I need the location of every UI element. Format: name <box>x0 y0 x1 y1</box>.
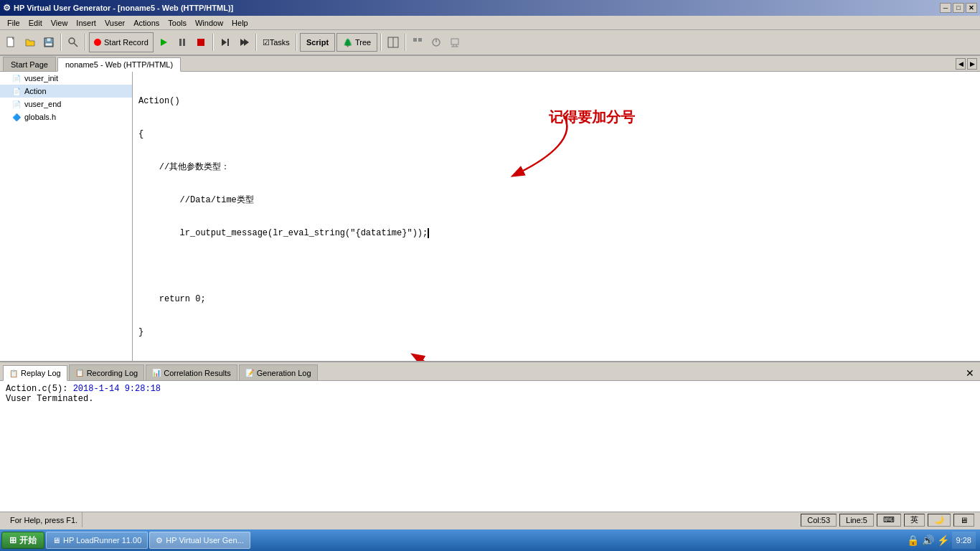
tab-correlation-results[interactable]: 📊 Correlation Results <box>146 364 237 380</box>
code-line-6 <box>138 260 974 273</box>
nav-arrow-left[interactable]: ◀ <box>956 58 966 70</box>
start-record-button[interactable]: Start Record <box>89 32 154 52</box>
menu-edit[interactable]: Edit <box>24 17 47 29</box>
menu-insert[interactable]: Insert <box>72 17 100 29</box>
code-line-1: Action() <box>138 95 974 108</box>
systray-sound-icon[interactable]: 🔊 <box>922 534 934 546</box>
tab-active-doc[interactable]: noname5 - Web (HTTP/HTML) <box>57 57 181 72</box>
menu-vuser[interactable]: Vuser <box>100 17 129 29</box>
minimize-button[interactable]: ─ <box>940 3 951 13</box>
sidebar-label-vuser-init: vuser_init <box>24 74 58 83</box>
svg-rect-14 <box>227 39 229 46</box>
log-prefix: Action.c(5): <box>6 384 73 394</box>
tab-recording-log[interactable]: 📋 Recording Log <box>69 364 145 380</box>
tab-replay-log[interactable]: 📋 Replay Log <box>3 365 67 381</box>
menu-help[interactable]: Help <box>227 17 253 29</box>
file-icon-vuser-init: 📄 <box>11 73 22 83</box>
svg-marker-9 <box>161 39 167 46</box>
tab-start-page[interactable]: Start Page <box>3 57 56 71</box>
log-line-2: Vuser Terminated. <box>6 394 974 404</box>
record-dot-icon <box>94 39 101 46</box>
close-button[interactable]: ✕ <box>966 3 977 13</box>
step-over-button[interactable] <box>235 32 253 52</box>
extra-btn2[interactable] <box>428 32 445 52</box>
annotation-arrow-2 <box>276 344 563 361</box>
correlation-results-tab-label: Correlation Results <box>164 369 231 377</box>
bottom-panel-close[interactable]: ✕ <box>966 367 974 379</box>
sidebar: 📄 vuser_init 📄 Action 📄 vuser_end 🔷 glob… <box>0 72 133 361</box>
nav-arrow-right[interactable]: ▶ <box>967 58 977 70</box>
tasks-button[interactable]: ☑ Tasks <box>260 32 293 52</box>
code-line-3: //其他参数类型： <box>138 161 974 174</box>
start-button[interactable]: ⊞ 开始 <box>1 532 44 549</box>
menu-view[interactable]: View <box>47 17 72 29</box>
code-editor[interactable]: Action() { //其他参数类型： //Data/time类型 lr_ou… <box>133 72 980 361</box>
taskbar-item-vug[interactable]: ⚙ HP Virtual User Gen... <box>149 532 250 549</box>
systray-battery-icon[interactable]: ⚡ <box>937 534 949 546</box>
line-indicator: Line:5 <box>839 514 874 527</box>
open-button[interactable] <box>22 32 39 52</box>
sidebar-item-globals[interactable]: 🔷 globals.h <box>0 110 132 123</box>
menu-bar: File Edit View Insert Vuser Actions Tool… <box>0 16 980 30</box>
svg-rect-5 <box>47 38 51 42</box>
file-icon-vuser-end: 📄 <box>11 99 22 109</box>
menu-window[interactable]: Window <box>191 17 227 29</box>
menu-tools[interactable]: Tools <box>164 17 191 29</box>
log-timestamp: 2018-1-14 9:28:18 <box>73 384 161 394</box>
sidebar-item-action[interactable]: 📄 Action <box>0 85 132 98</box>
replay-log-tab-label: Replay Log <box>21 369 61 377</box>
systray-network-icon[interactable]: 🔒 <box>907 534 919 546</box>
toolbar-sep4 <box>255 34 257 51</box>
svg-rect-12 <box>197 39 204 46</box>
tab-nav-arrows: ◀ ▶ <box>956 58 977 70</box>
new-button[interactable] <box>3 32 20 52</box>
display-icon-box[interactable]: 🖥 <box>953 514 974 527</box>
taskbar-item-loadrunner[interactable]: 🖥 HP LoadRunner 11.00 <box>46 532 148 549</box>
toolbar-sep7 <box>405 34 406 51</box>
extra-btn1[interactable] <box>409 32 426 52</box>
moon-icon-box[interactable]: 🌙 <box>928 514 951 527</box>
help-text: For Help, press F1. <box>6 512 83 527</box>
extra-btn3[interactable] <box>446 32 463 52</box>
lang-indicator[interactable]: 英 <box>904 514 925 527</box>
vug-label: HP Virtual User Gen... <box>166 536 243 545</box>
code-line-7: return 0; <box>138 293 974 306</box>
tree-button[interactable]: 🌲 Tree <box>336 33 377 52</box>
svg-marker-13 <box>222 39 227 46</box>
log-terminated: Vuser Terminated. <box>6 394 93 404</box>
step-button[interactable] <box>217 32 234 52</box>
recording-log-tab-label: Recording Log <box>87 369 138 377</box>
maximize-button[interactable]: □ <box>953 3 964 13</box>
split-view-button[interactable] <box>385 32 402 52</box>
sidebar-item-vuser-end[interactable]: 📄 vuser_end <box>0 98 132 110</box>
status-right: Col:53 Line:5 ⌨ 英 🌙 🖥 <box>801 514 974 527</box>
code-line-2: { <box>138 128 974 141</box>
menu-file[interactable]: File <box>3 17 24 29</box>
bottom-content: Action.c(5): 2018-1-14 9:28:18 Vuser Ter… <box>0 381 980 512</box>
search-button[interactable] <box>65 32 82 52</box>
svg-rect-11 <box>183 39 185 46</box>
sidebar-item-vuser-init[interactable]: 📄 vuser_init <box>0 72 132 85</box>
toolbar-sep2 <box>85 34 86 51</box>
script-button[interactable]: Script <box>300 33 335 52</box>
svg-rect-19 <box>413 38 417 42</box>
status-bar: For Help, press F1. Col:53 Line:5 ⌨ 英 🌙 … <box>0 512 980 527</box>
pause-button[interactable] <box>174 32 191 52</box>
svg-line-8 <box>74 43 77 47</box>
keyboard-layout[interactable]: ⌨ <box>877 514 901 527</box>
stop-button[interactable] <box>192 32 209 52</box>
file-icon-globals: 🔷 <box>11 112 22 122</box>
main-area: 📄 vuser_init 📄 Action 📄 vuser_end 🔷 glob… <box>0 72 980 361</box>
menu-actions[interactable]: Actions <box>129 17 164 29</box>
log-line-1: Action.c(5): 2018-1-14 9:28:18 <box>6 384 974 394</box>
annotation-text-1: 记得要加分号 <box>549 108 635 127</box>
save-button[interactable] <box>40 32 57 52</box>
taskbar-right: 🔒 🔊 ⚡ 9:28 <box>907 532 979 549</box>
sidebar-label-vuser-end: vuser_end <box>24 100 61 108</box>
play-button[interactable] <box>155 32 172 52</box>
svg-rect-6 <box>45 43 52 46</box>
doc-tabs: Start Page noname5 - Web (HTTP/HTML) ◀ ▶ <box>0 56 980 72</box>
title-bar: ⚙ HP Virtual User Generator - [noname5 -… <box>0 0 980 16</box>
tab-generation-log[interactable]: 📝 Generation Log <box>239 364 318 380</box>
toolbar-sep6 <box>380 34 382 51</box>
